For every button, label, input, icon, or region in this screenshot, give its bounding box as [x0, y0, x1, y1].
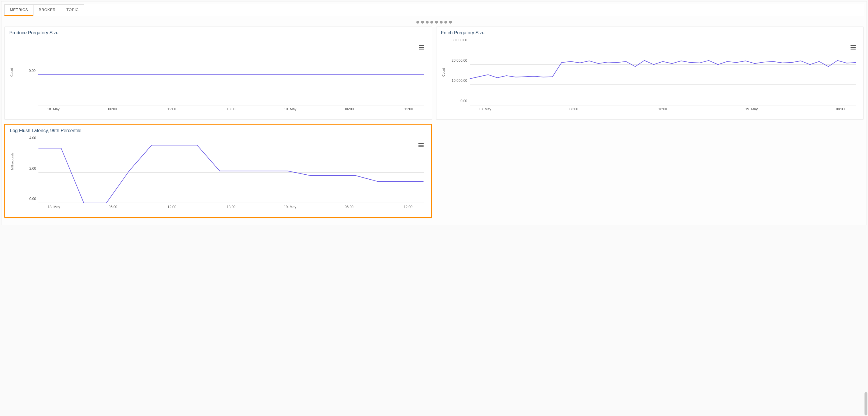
panel-title: Fetch Purgatory Size — [441, 30, 859, 36]
panel-produce-purgatory: Produce Purgatory Size Count 0.00 18. Ma… — [4, 27, 432, 119]
y-axis-label: Milliseconds — [10, 152, 14, 170]
y-tick: 0.00 — [29, 69, 35, 73]
carousel-dot[interactable] — [440, 21, 443, 24]
y-tick: 2.00 — [29, 167, 36, 171]
carousel-dot[interactable] — [449, 21, 452, 24]
y-axis-label: Count — [442, 68, 445, 76]
x-tick: 19. May — [284, 107, 297, 111]
carousel-dot[interactable] — [435, 21, 438, 24]
x-tick: 08:00 — [836, 107, 845, 111]
x-tick: 16:00 — [658, 107, 667, 111]
x-tick: 18:00 — [227, 205, 236, 209]
y-tick: 0.00 — [460, 99, 467, 103]
x-tick: 12:00 — [167, 205, 176, 209]
x-tick: 12:00 — [404, 205, 412, 209]
panel-log-flush-latency: Log Flush Latency, 99th Percentile Milli… — [4, 124, 432, 218]
carousel-dot[interactable] — [416, 21, 419, 24]
carousel-dot[interactable] — [444, 21, 447, 24]
panel-fetch-purgatory: Fetch Purgatory Size Count 0.00 10,000.0… — [436, 27, 864, 119]
chart-logflush: Milliseconds 0.00 2.00 4.00 18. May06:00… — [26, 142, 427, 212]
x-tick: 06:00 — [108, 107, 117, 111]
x-tick: 06:00 — [345, 107, 354, 111]
carousel-dots[interactable] — [4, 16, 864, 27]
x-tick: 18. May — [47, 107, 60, 111]
panel-title: Produce Purgatory Size — [9, 30, 427, 36]
tab-bar: METRICS BROKER TOPIC — [4, 4, 864, 16]
scrollbar[interactable] — [864, 0, 867, 227]
tab-broker[interactable]: BROKER — [33, 4, 61, 16]
y-tick: 30,000.00 — [452, 38, 467, 42]
carousel-dot[interactable] — [430, 21, 433, 24]
x-tick: 06:00 — [345, 205, 353, 209]
y-tick: 0.00 — [29, 197, 36, 201]
x-tick: 18. May — [48, 205, 60, 209]
chart-produce: Count 0.00 18. May06:0012:0018:0019. May… — [26, 44, 427, 114]
x-tick: 12:00 — [167, 107, 176, 111]
chart-fetch: Count 0.00 10,000.00 20,000.00 30,000.00… — [458, 44, 859, 114]
tab-metrics[interactable]: METRICS — [4, 4, 33, 16]
y-axis-label: Count — [10, 68, 13, 76]
x-tick: 19. May — [745, 107, 758, 111]
x-tick: 19. May — [284, 205, 296, 209]
x-tick: 12:00 — [404, 107, 413, 111]
carousel-dot[interactable] — [426, 21, 429, 24]
carousel-dot[interactable] — [421, 21, 424, 24]
x-tick: 08:00 — [569, 107, 578, 111]
dashboard-container: METRICS BROKER TOPIC Produce Purgatory S… — [1, 1, 867, 225]
tab-topic[interactable]: TOPIC — [61, 4, 84, 16]
y-tick: 4.00 — [29, 136, 36, 140]
y-tick: 20,000.00 — [452, 59, 467, 63]
x-tick: 18:00 — [227, 107, 236, 111]
x-tick: 06:00 — [108, 205, 117, 209]
y-tick: 10,000.00 — [452, 79, 467, 83]
panel-title: Log Flush Latency, 99th Percentile — [10, 128, 427, 133]
x-tick: 18. May — [479, 107, 491, 111]
